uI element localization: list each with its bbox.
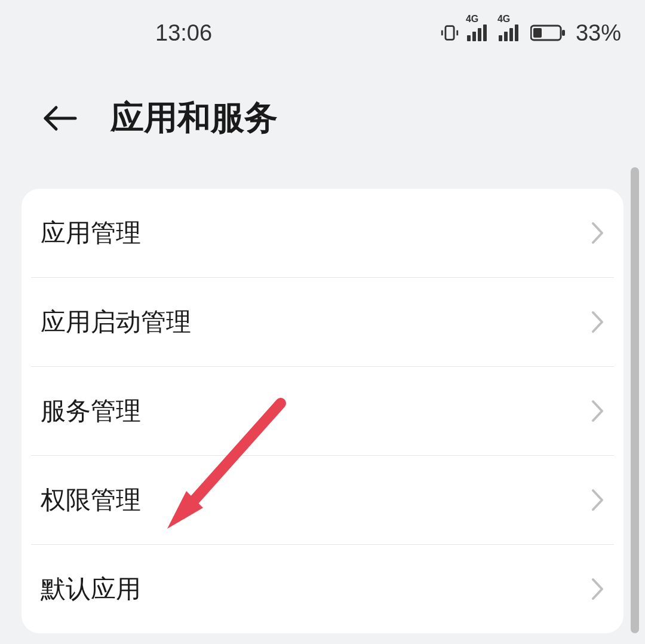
svg-rect-4 — [533, 28, 542, 38]
list-item-app-launch[interactable]: 应用启动管理 — [31, 278, 614, 367]
arrow-left-icon — [42, 103, 78, 133]
scroll-indicator[interactable] — [631, 167, 639, 633]
battery-percent: 33% — [576, 20, 621, 46]
vibrate-icon — [440, 23, 460, 43]
chevron-right-icon — [591, 578, 604, 600]
list-item-app-management[interactable]: 应用管理 — [31, 189, 614, 278]
chevron-right-icon — [591, 311, 604, 333]
list-item-label: 应用管理 — [41, 216, 141, 250]
status-time: 13:06 — [155, 20, 212, 46]
page-title: 应用和服务 — [110, 96, 278, 141]
back-button[interactable] — [39, 97, 81, 139]
chevron-right-icon — [591, 400, 604, 422]
battery-icon — [530, 24, 566, 42]
svg-rect-0 — [446, 26, 454, 40]
list-item-permission-management[interactable]: 权限管理 — [31, 456, 614, 545]
settings-card: 应用管理 应用启动管理 服务管理 权限管理 默认应用 — [22, 189, 624, 633]
list-item-label: 服务管理 — [41, 394, 141, 428]
list-item-label: 权限管理 — [41, 483, 141, 517]
list-item-service-management[interactable]: 服务管理 — [31, 367, 614, 456]
status-right: 4G 4G 33% — [440, 20, 621, 46]
status-bar: 13:06 4G 4G — [0, 0, 645, 66]
list-item-label: 默认应用 — [41, 572, 141, 606]
signal-1-icon: 4G — [466, 24, 487, 41]
list-item-label: 应用启动管理 — [41, 305, 191, 339]
chevron-right-icon — [591, 489, 604, 511]
svg-rect-5 — [562, 30, 565, 36]
header: 应用和服务 — [0, 66, 645, 189]
list-item-default-apps[interactable]: 默认应用 — [31, 545, 614, 633]
signal-2-icon: 4G — [497, 24, 518, 41]
chevron-right-icon — [591, 222, 604, 244]
